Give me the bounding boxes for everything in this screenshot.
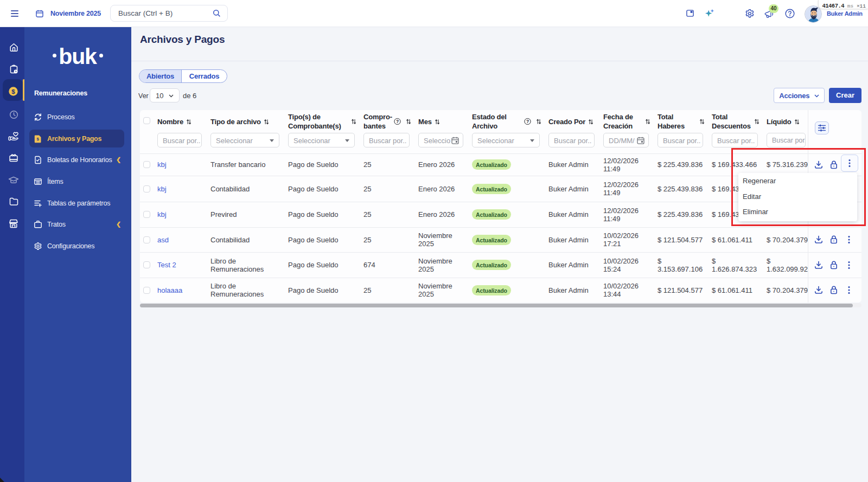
svg-text:?: ? — [396, 119, 399, 124]
svg-text:?: ? — [526, 119, 529, 124]
svg-text:$: $ — [36, 137, 39, 142]
svg-text:$: $ — [11, 88, 15, 95]
